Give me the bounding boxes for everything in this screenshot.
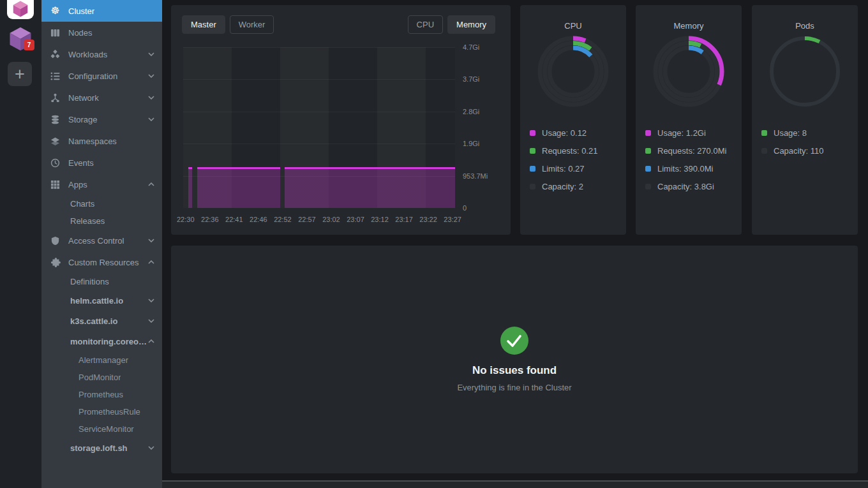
memory-panel: Memory Usage: 1.2Gi Requests: 270.0Mi Li…	[636, 5, 742, 235]
sidebar-item-monitoring-coreos[interactable]: monitoring.coreos...	[41, 331, 162, 351]
y-axis-tick: 2.8Gi	[463, 107, 501, 116]
legend-item: Requests: 270.0Mi	[645, 142, 737, 159]
sidebar-item-nodes[interactable]: Nodes	[41, 22, 162, 43]
y-axis-tick: 3.7Gi	[463, 75, 501, 84]
panel-title: CPU	[520, 21, 626, 31]
legend-item: Requests: 0.21	[530, 142, 621, 159]
cpu-legend: Usage: 0.12 Requests: 0.21 Limits: 0.27 …	[530, 124, 621, 195]
chevron-down-icon	[148, 239, 154, 242]
legend-item: Capacity: 110	[761, 142, 853, 159]
node-metrics-panel: Master Worker CPU Memory 4.7Gi 3.7Gi 2.8…	[171, 5, 511, 235]
sidebar-item-namespaces[interactable]: Namespaces	[41, 130, 162, 152]
legend-swatch	[645, 166, 651, 172]
active-cluster-icon[interactable]	[7, 0, 34, 19]
sidebar-item-prometheus[interactable]: Prometheus	[41, 386, 162, 403]
x-axis-tick: 22:46	[250, 216, 267, 223]
legend-item: Capacity: 3.8Gi	[645, 177, 737, 195]
sidebar-item-helm-cattle-io[interactable]: helm.cattle.io	[41, 290, 162, 311]
network-icon	[50, 92, 61, 103]
cpu-tab-button[interactable]: CPU	[408, 15, 443, 34]
issues-title: No issues found	[472, 364, 557, 377]
sidebar-item-storage[interactable]: Storage	[41, 108, 162, 130]
storage-database-icon	[50, 114, 61, 125]
legend-swatch	[645, 184, 651, 189]
sidebar-item-podmonitor[interactable]: PodMonitor	[41, 369, 162, 386]
pods-panel: Pods Usage: 8 Capacity: 110	[752, 5, 858, 235]
sidebar-item-servicemonitor[interactable]: ServiceMonitor	[41, 420, 162, 438]
sidebar-item-charts[interactable]: Charts	[41, 195, 162, 212]
sidebar-item-prometheusrule[interactable]: PrometheusRule	[41, 403, 162, 420]
x-axis-tick: 22:36	[201, 216, 219, 223]
memory-tab-button[interactable]: Memory	[447, 15, 495, 34]
cluster-rail: 7 +	[0, 0, 41, 488]
gridline	[183, 79, 455, 80]
sidebar-item-definitions[interactable]: Definitions	[41, 273, 162, 290]
worker-tab-button[interactable]: Worker	[230, 15, 274, 34]
metric-tabs: CPU Memory	[408, 15, 495, 34]
sidebar-item-events[interactable]: Events	[41, 152, 162, 174]
y-axis-tick: 1.9Gi	[463, 139, 501, 148]
sidebar-item-workloads[interactable]: Workloads	[41, 43, 162, 65]
memory-donut-chart	[650, 33, 727, 110]
sidebar-item-custom-resources[interactable]: Custom Resources	[41, 251, 162, 273]
puzzle-icon	[50, 257, 61, 268]
issues-panel: No issues found Everything is fine in th…	[171, 246, 858, 473]
nodes-icon	[50, 27, 61, 38]
legend-swatch	[530, 184, 535, 189]
workloads-cubes-icon	[50, 49, 61, 60]
legend-swatch	[530, 166, 535, 172]
pods-legend: Usage: 8 Capacity: 110	[761, 124, 853, 159]
sidebar-item-alertmanager[interactable]: Alertmanager	[41, 351, 162, 369]
sidebar-item-cluster[interactable]: ☸ Cluster	[41, 0, 162, 22]
gridline	[183, 112, 455, 112]
memory-legend: Usage: 1.2Gi Requests: 270.0Mi Limits: 3…	[645, 124, 737, 195]
chevron-down-icon	[148, 52, 154, 56]
shield-icon	[50, 235, 61, 246]
chevron-up-icon	[148, 260, 154, 264]
legend-swatch	[761, 130, 767, 136]
y-axis: 4.7Gi 3.7Gi 2.8Gi 1.9Gi 953.7Mi 0	[463, 43, 501, 212]
memory-usage-bar	[188, 167, 192, 208]
check-icon	[500, 327, 528, 355]
legend-swatch	[645, 130, 651, 136]
chevron-down-icon	[148, 96, 154, 100]
chevron-up-icon	[148, 339, 154, 343]
events-clock-icon	[50, 158, 61, 168]
chevron-down-icon	[148, 117, 154, 121]
sidebar-item-storage-loft-sh[interactable]: storage.loft.sh	[41, 438, 162, 458]
legend-item: Limits: 0.27	[530, 159, 621, 177]
chevron-down-icon	[148, 299, 154, 302]
x-axis-tick: 22:52	[274, 216, 292, 223]
node-tabs: Master Worker	[182, 15, 274, 34]
sidebar-item-apps[interactable]: Apps	[41, 174, 162, 195]
apps-grid-icon	[50, 179, 61, 190]
notification-badge: 7	[24, 40, 34, 50]
add-cluster-button[interactable]: +	[8, 62, 32, 86]
chevron-down-icon	[148, 74, 154, 78]
pink-cube-icon	[11, 0, 30, 19]
sidebar-item-configuration[interactable]: Configuration	[41, 65, 162, 87]
sidebar-nav: ☸ Cluster Nodes Workloads Configuration …	[41, 0, 162, 488]
memory-usage-bar	[285, 167, 455, 208]
cpu-donut-chart	[535, 33, 611, 110]
y-axis-tick: 0	[463, 203, 501, 212]
x-axis-tick: 22:41	[225, 216, 243, 223]
chevron-down-icon	[148, 319, 154, 323]
x-axis-tick: 23:17	[395, 216, 413, 223]
sidebar-item-k3s-cattle-io[interactable]: k3s.cattle.io	[41, 311, 162, 331]
sidebar-item-network[interactable]: Network	[41, 87, 162, 108]
memory-usage-bar	[197, 167, 280, 208]
sidebar-item-access-control[interactable]: Access Control	[41, 230, 162, 251]
sidebar-item-releases[interactable]: Releases	[41, 212, 162, 230]
cluster-dashboard: 7 + ☸ Cluster Nodes Workloads Configurat…	[0, 0, 868, 488]
configuration-list-icon	[50, 71, 61, 82]
gridline	[183, 144, 455, 144]
x-axis-tick: 23:07	[347, 216, 364, 223]
kubernetes-wheel-icon: ☸	[50, 6, 61, 17]
x-axis-tick: 23:22	[419, 216, 437, 223]
legend-item: Usage: 8	[761, 124, 853, 142]
chart-toolbar: Master Worker CPU Memory	[182, 15, 495, 34]
namespaces-layers-icon	[50, 136, 61, 147]
master-tab-button[interactable]: Master	[182, 15, 225, 34]
legend-item: Limits: 390.0Mi	[645, 159, 737, 177]
